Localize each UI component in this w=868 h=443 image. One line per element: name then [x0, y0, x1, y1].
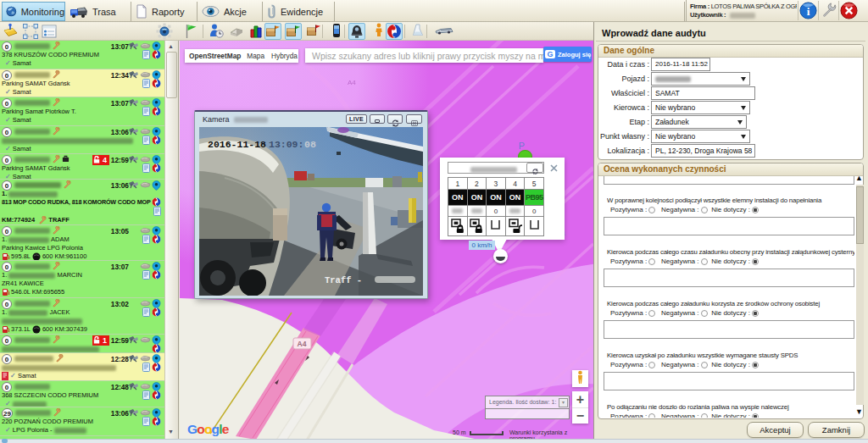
svg-text:2016-11-18: 2016-11-18 [208, 139, 266, 150]
svg-text:08: 08 [304, 139, 316, 150]
svg-text:A4: A4 [348, 79, 356, 86]
svg-text:i: i [807, 5, 810, 18]
svg-text:A4: A4 [298, 340, 307, 348]
svg-text:Traff -: Traff - [325, 275, 362, 285]
svg-text:13:09:: 13:09: [269, 139, 303, 150]
